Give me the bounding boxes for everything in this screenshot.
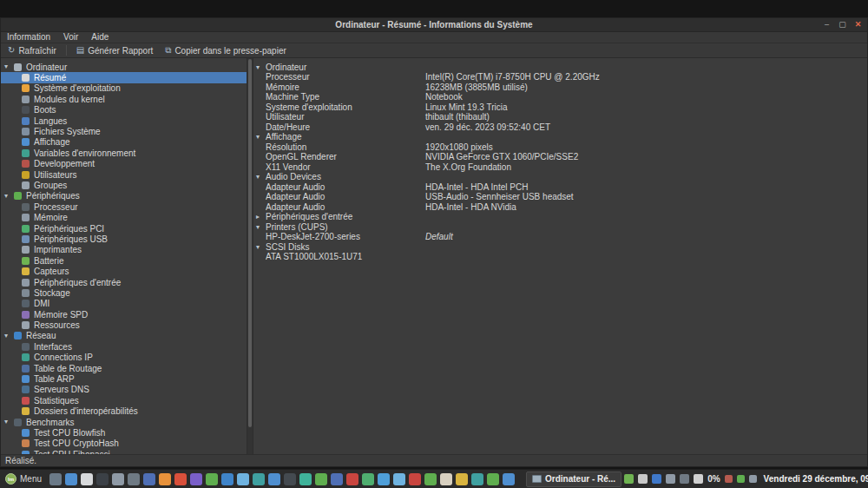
info-row-date-heure[interactable]: Date/Heureven. 29 déc. 2023 09:52:40 CET — [253, 122, 867, 133]
launcher-icon[interactable] — [440, 473, 452, 485]
sidebar-item-test-cpu-blowfish[interactable]: Test CPU Blowfish — [1, 427, 247, 438]
launcher-icon[interactable] — [237, 473, 249, 485]
sidebar-item-benchmarks[interactable]: ▾Benchmarks — [1, 417, 247, 427]
applet-icon[interactable] — [749, 475, 757, 483]
sidebar-item-variables-d-environnement[interactable]: Variables d'environnement — [1, 148, 247, 158]
expander-icon[interactable]: ▾ — [256, 244, 266, 251]
info-row-ata-st1000lx015-1u71[interactable]: ATA ST1000LX015-1U71 — [253, 253, 867, 263]
expander-icon[interactable]: ▾ — [4, 333, 14, 340]
launcher-icon[interactable] — [96, 473, 108, 485]
sidebar-item-reseau[interactable]: ▾Réseau — [1, 331, 247, 341]
update-manager-icon[interactable] — [638, 474, 648, 484]
sidebar-item-connections-ip[interactable]: Connections IP — [1, 353, 247, 363]
launcher-icon[interactable] — [253, 473, 265, 485]
sidebar-item-boots[interactable]: Boots — [1, 105, 247, 115]
section-printers-cups[interactable]: ▾Printers (CUPS) — [253, 222, 867, 233]
info-row-processeur[interactable]: ProcesseurIntel(R) Core(TM) i7-8750H CPU… — [253, 73, 867, 83]
applet-icon[interactable] — [725, 475, 733, 483]
info-row-adapteur-audio[interactable]: Adapteur AudioHDA-Intel - HDA Intel PCH — [253, 182, 867, 193]
sidebar-item-stockage[interactable]: Stockage — [1, 287, 247, 298]
launcher-icon[interactable] — [65, 473, 77, 485]
launcher-icon[interactable] — [112, 473, 124, 485]
sidebar-item-utilisateurs[interactable]: Utilisateurs — [1, 169, 247, 180]
launcher-icon[interactable] — [284, 473, 296, 485]
bluetooth-icon[interactable] — [652, 474, 661, 484]
launcher-icon[interactable] — [487, 473, 499, 485]
sidebar-item-peripheriques-usb[interactable]: Périphériques USB — [1, 234, 247, 244]
sidebar-item-statistiques[interactable]: Statistiques — [1, 395, 247, 406]
info-row-machine-type[interactable]: Machine TypeNotebook — [253, 93, 867, 103]
menu-information[interactable]: Information — [7, 33, 50, 42]
launcher-icon[interactable] — [362, 473, 374, 485]
info-row-opengl-renderer[interactable]: OpenGL RendererNVIDIA GeForce GTX 1060/P… — [253, 153, 867, 163]
info-row-utilisateur[interactable]: Utilisateurthibault (thibault) — [253, 113, 867, 123]
sidebar-item-ressources[interactable]: Ressources — [1, 320, 247, 330]
sidebar-item-interfaces[interactable]: Interfaces — [1, 341, 247, 352]
sidebar-item-fichiers-systeme[interactable]: Fichiers Système — [1, 126, 247, 136]
menu-button[interactable]: lm Menu — [3, 470, 47, 488]
network-icon[interactable] — [666, 474, 675, 484]
sidebar-item-capteurs[interactable]: Capteurs — [1, 266, 247, 276]
expander-icon[interactable]: ▸ — [256, 214, 266, 221]
launcher-icon[interactable] — [331, 473, 343, 485]
expander-icon[interactable]: ▾ — [4, 419, 14, 425]
sidebar-item-peripheriques-d-entree[interactable]: Périphériques d'entrée — [1, 277, 247, 287]
launcher-icon[interactable] — [503, 473, 515, 485]
refresh-button[interactable]: ↻ Rafraîchir — [5, 46, 59, 56]
expander-icon[interactable]: ▾ — [4, 193, 14, 200]
launcher-icon[interactable] — [159, 473, 171, 485]
launcher-icon[interactable] — [206, 473, 218, 485]
generate-report-button[interactable]: ▤ Générer Rapport — [74, 46, 156, 56]
sidebar-scrollbar[interactable] — [247, 58, 253, 454]
sidebar-item-systeme-d-exploitation[interactable]: Système d'exploitation — [1, 83, 247, 94]
sidebar-item-modules-du-kernel[interactable]: Modules du kernel — [1, 94, 247, 104]
menu-voir[interactable]: Voir — [63, 33, 78, 42]
shield-icon[interactable] — [624, 474, 634, 484]
launcher-icon[interactable] — [393, 473, 405, 485]
display-settings-icon[interactable] — [680, 474, 689, 484]
copy-to-clipboard-button[interactable]: ⧉ Copier dans le presse-papier — [162, 46, 289, 56]
clock-label[interactable]: Vendredi 29 décembre, 09:52:40 — [764, 474, 868, 484]
sidebar-item-affichage[interactable]: Affichage — [1, 137, 247, 148]
launcher-icon[interactable] — [424, 473, 437, 485]
sidebar-item-ordinateur[interactable]: ▾Ordinateur — [1, 62, 247, 72]
launcher-icon[interactable] — [174, 473, 187, 485]
launcher-icon[interactable] — [346, 473, 358, 485]
launcher-icon[interactable] — [315, 473, 327, 485]
scrollbar-thumb[interactable] — [248, 59, 252, 427]
sidebar-item-langues[interactable]: Langues — [1, 115, 247, 126]
titlebar[interactable]: Ordinateur - Résumé - Informations du Sy… — [1, 18, 867, 32]
info-row-adapteur-audio[interactable]: Adapteur AudioUSB-Audio - Sennheiser USB… — [253, 193, 867, 203]
sidebar-item-peripheriques[interactable]: ▾Périphériques — [1, 191, 247, 201]
maximize-button[interactable]: ▢ — [838, 21, 847, 29]
expander-icon[interactable]: ▾ — [256, 224, 266, 231]
minimize-button[interactable]: – — [822, 21, 832, 29]
launcher-icon[interactable] — [299, 473, 312, 485]
launcher-icon[interactable] — [268, 473, 280, 485]
info-row-memoire[interactable]: Mémoire16238MB (3885MB utilisé) — [253, 82, 867, 93]
info-row-systeme-d-exploitation[interactable]: Systeme d'exploitationLinux Mint 19.3 Tr… — [253, 102, 867, 113]
info-row-hp-deskjet-2700-series[interactable]: HP-DeskJet-2700-seriesDefault — [253, 233, 867, 243]
launcher-icon[interactable] — [190, 473, 202, 485]
launcher-icon[interactable] — [49, 473, 62, 485]
sidebar-item-dmi[interactable]: DMI — [1, 299, 247, 309]
sidebar-item-memoire[interactable]: Mémoire — [1, 212, 247, 222]
cpu-usage-label[interactable]: 0% — [707, 474, 720, 484]
sidebar-item-table-arp[interactable]: Table ARP — [1, 373, 247, 384]
sidebar-item-memoire-spd[interactable]: Mémoire SPD — [1, 309, 247, 320]
sidebar-item-batterie[interactable]: Batterie — [1, 255, 247, 266]
launcher-icon[interactable] — [456, 473, 468, 485]
expander-icon[interactable]: ▾ — [256, 64, 266, 71]
launcher-icon[interactable] — [81, 473, 93, 485]
menu-aide[interactable]: Aide — [91, 33, 108, 42]
section-peripheriques-d-entree[interactable]: ▸Périphériques d'entrée — [253, 213, 867, 223]
expander-icon[interactable]: ▾ — [256, 134, 266, 141]
info-row-adapteur-audio[interactable]: Adapteur AudioHDA-Intel - HDA NVidia — [253, 202, 867, 213]
sidebar-item-peripheriques-pci[interactable]: Périphériques PCI — [1, 223, 247, 234]
launcher-icon[interactable] — [378, 473, 390, 485]
sidebar-item-test-cpu-cryptohash[interactable]: Test CPU CryptoHash — [1, 439, 247, 449]
launcher-icon[interactable] — [143, 473, 155, 485]
launcher-icon[interactable] — [471, 473, 483, 485]
section-audio-devices[interactable]: ▾Audio Devices — [253, 173, 867, 183]
sidebar-item-developpement[interactable]: Developpement — [1, 159, 247, 169]
